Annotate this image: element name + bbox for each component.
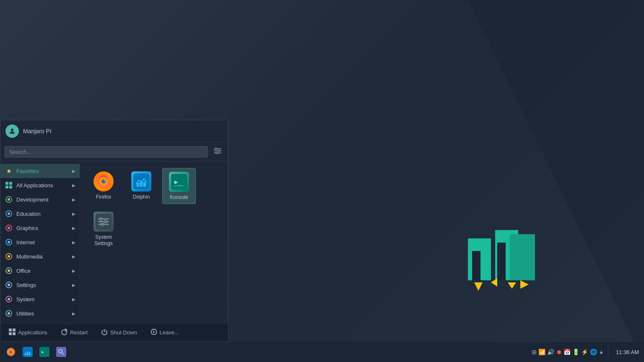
svg-rect-43 <box>137 183 139 187</box>
svg-point-41 <box>104 180 105 181</box>
menu-sidebar: ★ Favorites ▶ All Applications ▶ <box>0 161 80 323</box>
svg-rect-3 <box>472 251 480 280</box>
sidebar-item-label: Multimedia <box>16 253 43 260</box>
sidebar-item-label: Education <box>16 211 41 217</box>
restart-label: Restart <box>70 329 88 336</box>
desktop: Manjaro PI ★ Favor <box>0 0 644 362</box>
svg-point-54 <box>104 221 107 223</box>
svg-rect-59 <box>13 332 16 335</box>
svg-rect-44 <box>140 181 143 186</box>
svg-rect-68 <box>29 352 31 355</box>
restart-button[interactable]: Restart <box>57 327 91 338</box>
svg-rect-57 <box>13 328 16 331</box>
svg-point-13 <box>215 148 217 150</box>
svg-rect-19 <box>9 186 12 189</box>
record-icon[interactable]: ⏺ <box>556 349 562 355</box>
taskbar-firefox[interactable] <box>3 344 18 359</box>
sidebar-item-education[interactable]: Education ▶ <box>0 207 80 221</box>
network2-icon[interactable]: 🌐 <box>590 349 597 355</box>
svg-point-64 <box>11 351 12 352</box>
svg-rect-1 <box>495 230 518 280</box>
taskbar-konsole[interactable]: ▶ <box>37 344 52 359</box>
arrow-up-icon: ▲ <box>599 349 604 355</box>
sidebar-item-label: Utilities <box>16 310 34 317</box>
svg-point-23 <box>8 212 10 215</box>
sidebar-item-label: Development <box>16 197 49 203</box>
svg-point-9 <box>11 129 13 131</box>
firefox-icon <box>93 171 114 191</box>
applications-button[interactable]: Applications <box>5 327 51 338</box>
sidebar-item-multimedia[interactable]: Multimedia ▶ <box>0 249 80 264</box>
shutdown-label: Shut Down <box>110 329 137 336</box>
avatar <box>5 124 19 138</box>
svg-marker-6 <box>491 278 497 287</box>
all-apps-icon <box>5 181 13 189</box>
app-system-settings[interactable]: System Settings <box>87 208 120 250</box>
settings-icon <box>5 281 13 289</box>
sidebar-item-development[interactable]: Development ▶ <box>0 192 80 207</box>
app-label: Konsole <box>170 194 188 200</box>
svg-marker-5 <box>474 282 483 291</box>
grid-icon[interactable]: ⊞ <box>532 349 537 355</box>
menu-bottom-bar: Applications Restart S <box>0 323 228 341</box>
app-dolphin[interactable]: Dolphin <box>125 168 158 204</box>
development-icon <box>5 195 13 204</box>
search-bar <box>0 142 228 161</box>
education-icon <box>5 209 13 218</box>
chevron-right-icon: ▶ <box>72 254 75 259</box>
chevron-right-icon: ▶ <box>72 269 75 273</box>
sidebar-item-favorites[interactable]: ★ Favorites ▶ <box>0 164 80 178</box>
app-firefox[interactable]: Firefox <box>87 168 120 204</box>
svg-point-31 <box>8 269 10 272</box>
sidebar-item-office[interactable]: Office ▶ <box>0 264 80 278</box>
chevron-right-icon: ▶ <box>72 197 75 202</box>
svg-point-35 <box>8 298 10 300</box>
taskbar-discovery[interactable] <box>54 344 69 359</box>
svg-point-53 <box>100 218 102 220</box>
svg-text:▶: ▶ <box>42 350 44 354</box>
app-konsole[interactable]: ▶_ Konsole <box>162 168 196 204</box>
system-settings-icon <box>93 212 114 232</box>
svg-rect-18 <box>5 186 8 189</box>
svg-rect-17 <box>9 182 12 185</box>
shutdown-button[interactable]: Shut Down <box>98 327 140 338</box>
svg-point-25 <box>8 227 10 229</box>
system-tray: ⊞ 📶 🔊 ⏺ 📅 🔋 ⚡ 🌐 ▲ <box>532 349 604 355</box>
sidebar-item-system[interactable]: System ▶ <box>0 292 80 306</box>
utilities-icon <box>5 309 13 318</box>
sidebar-item-utilities[interactable]: Utilities ▶ <box>0 306 80 321</box>
applications-icon <box>9 328 16 336</box>
sidebar-item-internet[interactable]: Internet ▶ <box>0 235 80 249</box>
svg-text:▶_: ▶_ <box>174 178 182 186</box>
app-menu: Manjaro PI ★ Favor <box>0 120 229 342</box>
audio-icon[interactable]: 🔊 <box>547 349 554 355</box>
chevron-right-icon: ▶ <box>72 283 75 287</box>
svg-rect-69 <box>39 347 49 357</box>
bluetooth-icon[interactable]: ⚡ <box>581 349 588 355</box>
search-input[interactable] <box>5 146 208 158</box>
dolphin-icon <box>131 171 151 191</box>
calendar-icon[interactable]: 📅 <box>564 349 571 355</box>
svg-point-37 <box>8 312 10 315</box>
user-profile[interactable]: Manjaro PI <box>0 120 228 142</box>
sidebar-item-settings[interactable]: Settings ▶ <box>0 278 80 292</box>
taskbar-dolphin[interactable] <box>20 344 35 359</box>
applications-label: Applications <box>18 329 47 336</box>
office-icon <box>5 266 13 275</box>
multimedia-icon <box>5 252 13 261</box>
taskbar-left: ▶ <box>0 344 72 359</box>
sidebar-item-graphics[interactable]: Graphics ▶ <box>0 221 80 235</box>
svg-point-27 <box>8 241 10 243</box>
battery-icon[interactable]: 🔋 <box>572 349 579 355</box>
chevron-right-icon: ▶ <box>72 169 75 173</box>
leave-button[interactable]: Leave... <box>147 327 182 338</box>
network-icon[interactable]: 📶 <box>538 349 545 355</box>
filter-button[interactable] <box>211 146 224 158</box>
arm-logo <box>468 230 535 295</box>
app-label: System Settings <box>88 234 119 246</box>
svg-point-40 <box>101 179 106 184</box>
leave-icon <box>151 328 157 336</box>
sidebar-item-label: All Applications <box>16 182 53 189</box>
chevron-right-icon: ▶ <box>72 240 75 245</box>
sidebar-item-all-applications[interactable]: All Applications ▶ <box>0 178 80 192</box>
